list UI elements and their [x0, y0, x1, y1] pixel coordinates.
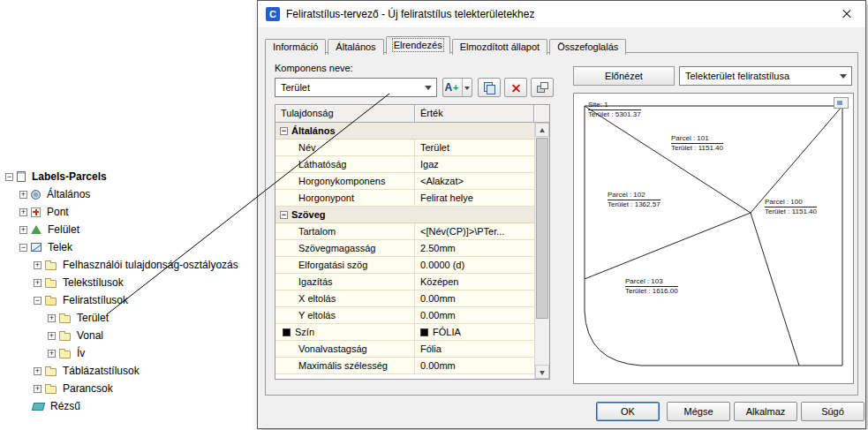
group-label: Általános	[291, 125, 336, 136]
property-cell: Láthatóság	[275, 156, 415, 173]
property-grid-header: Tulajdonság Érték	[275, 105, 549, 123]
preview-corner-icon[interactable]	[834, 97, 849, 109]
tree-item-telek[interactable]: −Telek	[2, 238, 257, 256]
property-row-lathatosag[interactable]: LáthatóságIgaz	[275, 156, 534, 173]
megse-button[interactable]: Mégse	[667, 402, 730, 421]
folder-icon	[59, 351, 71, 358]
add-component-button[interactable]: A+	[442, 78, 472, 97]
component-name-value: Terület	[281, 82, 310, 93]
property-row-szin[interactable]: SzínFÓLIA	[275, 324, 534, 341]
tab-informacio[interactable]: Információ	[265, 39, 326, 55]
tree-item-parancsok[interactable]: +Parancsok	[2, 380, 257, 397]
tree-item-telekstilusok[interactable]: +Telekstílusok	[2, 274, 257, 291]
tab-osszefoglalas[interactable]: Összefoglalás	[549, 39, 626, 55]
parcel-label-area: Terület : 1151.40	[671, 144, 723, 152]
property-row-x-eltolas[interactable]: X eltolás0.00mm	[275, 290, 534, 307]
preview-button[interactable]: Előnézet	[573, 66, 675, 86]
expand-icon[interactable]: +	[19, 208, 27, 216]
gear-icon	[31, 190, 41, 200]
folder-icon	[59, 315, 71, 323]
tree-item-pont[interactable]: +Pont	[2, 203, 257, 221]
value-cell[interactable]: 0.00mm	[415, 307, 534, 324]
tab-elmozditott-allapot[interactable]: Elmozdított állapot	[452, 39, 548, 55]
value-cell[interactable]: <Alakzat>	[415, 173, 534, 190]
tree-item-felulet[interactable]: +Felület	[2, 221, 257, 238]
property-row-horgonykomponens[interactable]: Horgonykomponens<Alakzat>	[275, 173, 534, 190]
tree-item-vonal[interactable]: +Vonal	[2, 327, 257, 344]
group-row-szoveg[interactable]: −Szöveg	[275, 207, 534, 223]
property-row-tartalom[interactable]: Tartalom<[Név(CP)]>\PTer...	[275, 223, 534, 240]
tree-item-felhasznaloi-tulajdonsag-osztalyozas[interactable]: +Felhasználói tulajdonság-osztályozás	[2, 256, 257, 274]
value-cell[interactable]: Felirat helye	[415, 190, 534, 207]
parcel-label-parcel-103: Parcel : 103Terület : 1616.00	[625, 277, 678, 295]
component-name-select[interactable]: Terület	[275, 78, 437, 97]
collapse-icon[interactable]: −	[280, 127, 288, 135]
expand-icon[interactable]: +	[48, 332, 56, 340]
value-cell[interactable]: <[Név(CP)]>\PTer...	[415, 223, 534, 240]
property-row-szovegmagassag[interactable]: Szövegmagasság2.50mm	[275, 240, 534, 257]
expand-icon[interactable]: +	[48, 314, 56, 322]
value-cell[interactable]: 0.00mm	[415, 290, 534, 307]
parcel-label-name: Parcel : 103	[625, 277, 678, 287]
collapse-icon[interactable]: −	[19, 244, 27, 252]
expand-icon[interactable]: +	[34, 279, 42, 287]
group-row-altalanos[interactable]: −Általános	[275, 123, 534, 140]
scroll-up-icon[interactable]	[535, 123, 549, 137]
scroll-down-icon[interactable]	[535, 365, 549, 379]
add-component-caret[interactable]	[462, 79, 471, 96]
expand-icon[interactable]: +	[48, 350, 56, 358]
property-row-nev[interactable]: NévTerület	[275, 140, 534, 156]
property-row-horgonypont[interactable]: HorgonypontFelirat helye	[275, 190, 534, 207]
close-icon[interactable]	[834, 4, 860, 24]
value-cell[interactable]: Igaz	[415, 156, 534, 173]
copy-component-button[interactable]	[478, 78, 501, 97]
value-cell[interactable]: 0.00mm	[415, 358, 534, 374]
tree-item-iv[interactable]: +Ív	[2, 344, 257, 362]
value-cell[interactable]: FÓLIA	[415, 324, 534, 341]
folder-icon	[45, 262, 57, 270]
property-row-maximalis-szelesseg[interactable]: Maximális szélesség0.00mm	[275, 358, 534, 374]
tree-item-label: Telek	[45, 240, 75, 254]
tab-label: Információ	[273, 41, 318, 52]
value-cell[interactable]: 2.50mm	[415, 240, 534, 257]
expand-icon[interactable]: +	[19, 226, 27, 234]
collapse-icon[interactable]: −	[280, 211, 288, 219]
expand-icon[interactable]: +	[34, 261, 42, 269]
property-row-vonalvastagsag[interactable]: VonalvastagságFólia	[275, 341, 534, 358]
ok-button[interactable]: OK	[596, 402, 660, 421]
parcel-label-name: Parcel : 100	[765, 198, 817, 207]
tree-item-labels-parcels[interactable]: −Labels-Parcels	[2, 168, 257, 185]
component-order-icon	[537, 82, 547, 93]
component-name-label: Komponens neve:	[275, 63, 353, 73]
tree-item-feliratstilusok[interactable]: −Feliratstílusok	[2, 291, 257, 309]
value-cell[interactable]: Középen	[415, 274, 534, 290]
delete-component-button[interactable]	[504, 78, 527, 97]
value-cell[interactable]: 0.0000 (d)	[415, 257, 534, 274]
tree-item-terulet[interactable]: +Terület	[2, 309, 257, 327]
tab-elrendezes[interactable]: Elrendezés	[386, 36, 450, 54]
tab-altalanos[interactable]: Általános	[328, 39, 383, 55]
property-row-igazitas[interactable]: IgazításKözépen	[275, 274, 534, 290]
property-row-y-eltolas[interactable]: Y eltolás0.00mm	[275, 307, 534, 324]
value-cell[interactable]: Fólia	[415, 341, 534, 358]
preview-style-select[interactable]: Telekterület feliratstílusa	[679, 66, 852, 86]
scroll-thumb[interactable]	[536, 138, 548, 319]
tree-item-rezsu[interactable]: Rézsű	[2, 397, 257, 415]
grid-scrollbar[interactable]	[534, 123, 549, 379]
expand-icon[interactable]: +	[19, 191, 27, 199]
collapse-icon[interactable]: −	[5, 173, 13, 181]
tree-item-altalanos[interactable]: +Általános	[2, 185, 257, 203]
expand-icon[interactable]: +	[34, 385, 42, 393]
collapse-icon[interactable]: −	[34, 297, 42, 305]
alkalmaz-button[interactable]: Alkalmaz	[734, 402, 797, 421]
slope-icon	[32, 403, 45, 411]
component-order-button[interactable]	[531, 78, 554, 97]
tree-item-tablazatstilusok[interactable]: +Táblázatstílusok	[2, 362, 257, 380]
property-row-elforgatasi-szog[interactable]: Elforgatási szög0.0000 (d)	[275, 257, 534, 274]
sugo-button[interactable]: Súgó	[801, 402, 864, 421]
expand-icon[interactable]: +	[34, 367, 42, 375]
property-cell: Maximális szélesség	[275, 358, 415, 374]
property-cell: Szövegmagasság	[275, 240, 415, 257]
value-cell[interactable]: Terület	[415, 140, 534, 156]
folder-open-icon	[45, 298, 57, 306]
